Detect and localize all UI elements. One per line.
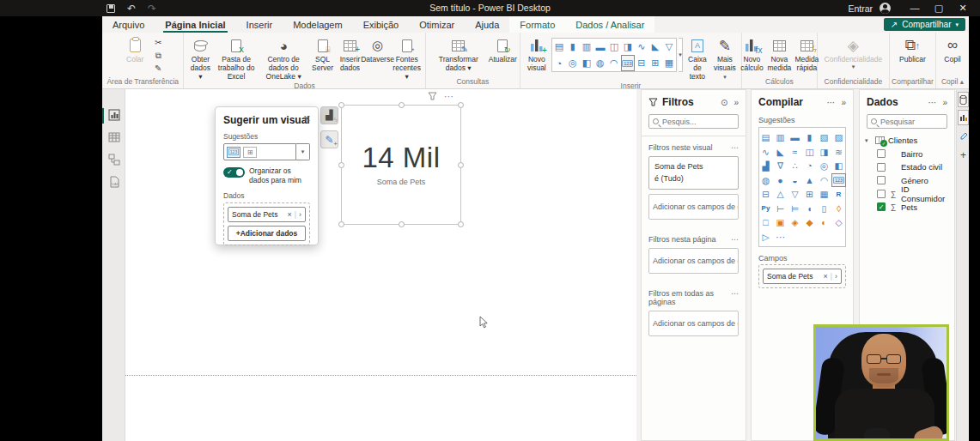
build-slicer-icon[interactable]: ▽: [788, 187, 802, 202]
excel-workbook-button[interactable]: XPasta de trabalho do Excel: [215, 35, 257, 82]
copy-icon[interactable]: ⧉: [151, 50, 165, 61]
build-key-influencers-icon[interactable]: ⊢: [773, 202, 788, 216]
close-button[interactable]: ✕: [951, 0, 975, 16]
collapse-pane-icon[interactable]: »: [942, 98, 947, 107]
ribbon-multi-row-card-icon[interactable]: ⊟: [635, 55, 648, 71]
build-scatter-chart-icon[interactable]: ∴: [788, 159, 802, 173]
gallery-dropdown-button[interactable]: ▾: [679, 38, 683, 72]
visual-more-options-icon[interactable]: ⋯: [444, 91, 454, 102]
tab-arquivo[interactable]: Arquivo: [102, 16, 155, 33]
resize-handle[interactable]: [458, 162, 464, 168]
build-metrics-icon[interactable]: ◊: [831, 202, 846, 216]
section-more-options-icon[interactable]: ⋯: [731, 289, 739, 306]
data-search[interactable]: [867, 114, 947, 129]
build-power-apps-icon[interactable]: ▣: [773, 215, 788, 230]
sql-server-button[interactable]: ⌸SQL Server: [310, 35, 336, 73]
text-box-button[interactable]: A Caixa de texto: [685, 35, 710, 82]
build-power-automate-icon[interactable]: ◈: [788, 215, 802, 230]
resize-handle[interactable]: [338, 102, 344, 108]
ribbon-stacked-column-chart-icon[interactable]: ▥: [580, 39, 593, 55]
build-pie-chart-icon[interactable]: ◔: [802, 159, 817, 173]
build-more-visuals-icon[interactable]: ⋯: [773, 230, 788, 245]
data-more-options-icon[interactable]: ⋯: [928, 98, 936, 107]
add-pane-tab[interactable]: +: [958, 148, 969, 163]
ribbon-pie-chart-icon[interactable]: ◔: [552, 55, 566, 71]
ribbon-area-chart-icon[interactable]: ◣: [648, 39, 662, 55]
tab-exibi-o[interactable]: Exibição: [353, 16, 410, 33]
tab-p-gina-inicial[interactable]: Página Inicial: [155, 16, 235, 33]
data-pane-tab[interactable]: [958, 92, 969, 107]
section-more-options-icon[interactable]: ⋯: [731, 235, 739, 244]
new-visual-button[interactable]: + Novo visual: [524, 35, 550, 73]
field-row-id-consumidor[interactable]: ∑ID Consumidor: [865, 187, 949, 201]
build-gauge-icon[interactable]: ◠: [817, 173, 831, 188]
card-visual[interactable]: 14 Mil Soma de Pets: [341, 105, 461, 225]
build-smart-narrative-icon[interactable]: ▯: [817, 202, 831, 216]
new-measure-button[interactable]: Nova medida: [766, 35, 792, 73]
ribbon-card-icon[interactable]: 123: [621, 55, 635, 71]
quick-measure-button[interactable]: ϟMedida rápida: [794, 35, 819, 73]
checkbox[interactable]: [877, 176, 886, 184]
enter-data-button[interactable]: +Inserir dados: [338, 35, 363, 73]
tab-formato[interactable]: Formato: [509, 16, 565, 33]
build-multi-row-card-icon[interactable]: ⊟: [758, 187, 773, 202]
resize-handle[interactable]: [338, 221, 344, 227]
recent-sources-button[interactable]: ◔Fontes recentes ▾: [393, 35, 422, 82]
build-funnel-chart-icon[interactable]: ∇: [773, 159, 788, 173]
table-node-clientes[interactable]: ▾ Clientes: [865, 134, 949, 148]
ribbon-collapse-icon[interactable]: ▴: [960, 77, 964, 86]
section-more-options-icon[interactable]: ⋯: [731, 143, 739, 152]
publish-button[interactable]: ⧉↑ Publicar: [898, 35, 928, 64]
checkbox[interactable]: [877, 149, 886, 158]
on-object-build-button[interactable]: ▟ ϟ: [320, 106, 338, 124]
field-row-estado-civil[interactable]: Estado civil: [865, 160, 949, 174]
ribbon-clustered-bar-chart-icon[interactable]: ▬: [593, 39, 607, 55]
build-map-icon[interactable]: ◍: [758, 173, 773, 188]
model-view-button[interactable]: [107, 153, 121, 166]
collapse-pane-icon[interactable]: »: [841, 98, 846, 107]
build-shape-map-icon[interactable]: ◒: [788, 173, 802, 188]
build-paginated-report-icon[interactable]: □: [758, 215, 773, 230]
field-pill[interactable]: Soma de Pets × | ›: [763, 269, 842, 284]
ribbon-line-clustered-column-chart-icon[interactable]: ◨: [621, 39, 635, 55]
data-search-input[interactable]: [880, 118, 943, 126]
ribbon-line-chart-icon[interactable]: ∿: [635, 39, 648, 55]
build-streaming-arrow-visual-icon[interactable]: ▷: [758, 230, 773, 245]
build-donut-chart-icon[interactable]: ◎: [817, 159, 831, 173]
ribbon-line-stacked-column-chart-icon[interactable]: ◫: [607, 39, 621, 55]
more-visuals-button[interactable]: ✎ Mais visuais ▾: [712, 35, 738, 82]
resize-handle[interactable]: [458, 221, 464, 227]
suggestions-dropdown-button[interactable]: ▾: [296, 143, 310, 160]
eye-icon[interactable]: ⊙: [721, 98, 727, 107]
build-clustered-column-chart-icon[interactable]: ▮: [802, 130, 817, 145]
remove-field-icon[interactable]: ×: [288, 210, 292, 219]
tab-ajuda[interactable]: Ajuda: [465, 16, 509, 33]
build-custom-visual-3-icon[interactable]: ◇: [831, 215, 846, 230]
ribbon-donut-chart-icon[interactable]: ◎: [566, 55, 580, 71]
resize-handle[interactable]: [338, 162, 344, 168]
format-painter-icon[interactable]: ✎: [151, 63, 165, 74]
build-ribbon-chart-icon[interactable]: ≋: [831, 145, 846, 160]
add-data-fields-dropzone[interactable]: Adicionar os campos de da...: [648, 194, 739, 220]
add-data-fields-dropzone[interactable]: Adicionar os campos de da...: [648, 248, 739, 274]
build-decomposition-tree-icon[interactable]: ⊨: [788, 202, 802, 216]
chevron-down-icon[interactable]: ▾: [865, 137, 872, 144]
ribbon-matrix-icon[interactable]: ▦: [662, 55, 676, 71]
build-filled-map-icon[interactable]: ●: [773, 173, 788, 188]
report-view-button[interactable]: [107, 108, 121, 122]
filter-card[interactable]: Soma de Petsé (Tudo): [648, 156, 739, 190]
checkbox[interactable]: [877, 190, 886, 198]
dialog-close-icon[interactable]: ✕: [303, 113, 311, 124]
resize-handle[interactable]: [458, 102, 464, 108]
add-data-button[interactable]: +Adicionar dados: [228, 226, 306, 241]
build-table-icon[interactable]: ⊞: [802, 187, 817, 202]
new-calculation-button[interactable]: fxNovo cálculo: [739, 35, 764, 73]
collapse-pane-icon[interactable]: »: [733, 98, 739, 107]
tab-dados-analisar[interactable]: Dados / Analisar: [565, 16, 654, 33]
remove-field-icon[interactable]: ×: [824, 272, 828, 281]
visual-filter-icon[interactable]: [428, 92, 437, 101]
build-area-chart-icon[interactable]: ◣: [773, 145, 788, 160]
add-data-fields-dropzone[interactable]: Adicionar os campos de da...: [648, 311, 739, 336]
get-data-button[interactable]: Obter dados ▾: [187, 35, 213, 82]
ribbon-gauge-icon[interactable]: ◠: [607, 55, 621, 71]
